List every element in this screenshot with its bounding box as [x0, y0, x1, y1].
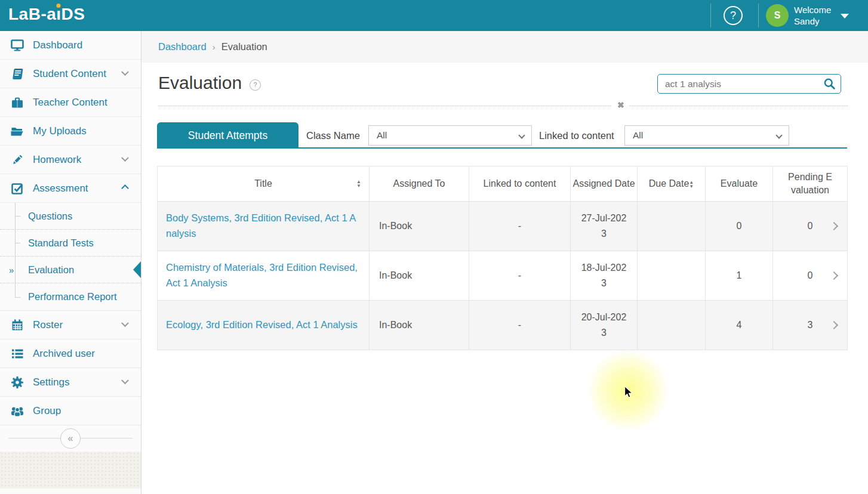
sidebar-item-student-content[interactable]: Student Content: [0, 60, 141, 88]
sidebar-item-group[interactable]: Group: [0, 397, 141, 425]
column-header-title[interactable]: Title ▲▼: [158, 166, 370, 202]
linked-to-content-cell: -: [469, 301, 571, 350]
logo-text: DS: [61, 5, 85, 23]
class-name-label: Class Name: [306, 122, 360, 149]
row-expand-chevron-icon[interactable]: [830, 222, 838, 230]
tab-underline: [157, 147, 847, 149]
calendar-icon: [10, 318, 25, 332]
search-icon[interactable]: [823, 78, 836, 90]
checkbox-icon: [10, 181, 25, 196]
assigned-date-cell: 27-Jul-2023: [580, 211, 628, 241]
main-content: Dashboard › Evaluation Evaluation ? ✖ St…: [141, 31, 868, 494]
sidebar-item-roster[interactable]: Roster: [0, 311, 141, 339]
breadcrumb: Dashboard › Evaluation: [141, 31, 868, 63]
close-icon[interactable]: ✖: [612, 100, 630, 110]
row-expand-chevron-icon[interactable]: [830, 271, 838, 280]
sidebar-item-dashboard[interactable]: Dashboard: [0, 31, 141, 60]
assigned-to-cell: In-Book: [370, 301, 469, 350]
column-label: Evaluate: [721, 178, 758, 189]
assigned-to-cell: In-Book: [370, 251, 469, 301]
sidebar-filler: [0, 452, 141, 489]
assessment-submenu: Questions Standard Tests » Evaluation Pe…: [0, 203, 141, 311]
chevron-down-icon: [121, 319, 129, 327]
page-title: Evaluation: [158, 73, 242, 93]
attempt-title-link[interactable]: Body Systems, 3rd Edition Revised, Act 1…: [166, 212, 356, 239]
sidebar-item-questions[interactable]: Questions: [0, 203, 141, 230]
top-bar: LaB-aıDS ? S Welcome Sandy: [0, 0, 868, 31]
sidebar-item-assessment[interactable]: Assessment: [0, 174, 141, 203]
pending-evaluation-cell: 0: [808, 221, 813, 231]
linked-to-content-value: All: [633, 130, 643, 141]
sidebar-item-label: Questions: [28, 211, 72, 222]
evaluate-cell: 4: [706, 301, 773, 350]
page-head: Evaluation ?: [158, 73, 261, 93]
tab-student-attempts[interactable]: Student Attempts: [157, 122, 298, 149]
sidebar-item-my-uploads[interactable]: My Uploads: [0, 117, 141, 146]
list-icon: [10, 347, 25, 361]
logo-yellow-dot-icon: [57, 4, 61, 8]
folder-icon: [10, 124, 25, 138]
due-date-cell: [638, 301, 706, 350]
sidebar-item-label: Settings: [33, 376, 69, 388]
row-expand-chevron-icon[interactable]: [830, 321, 838, 329]
breadcrumb-current: Evaluation: [221, 41, 267, 53]
question-icon: ?: [254, 81, 257, 88]
section-divider: [158, 106, 848, 106]
attempt-title-link[interactable]: Ecology, 3rd Edition Revised, Act 1 Anal…: [166, 319, 358, 330]
sidebar-item-homework[interactable]: Homework: [0, 146, 141, 174]
evaluate-cell: 1: [706, 251, 773, 301]
breadcrumb-separator-icon: ›: [213, 42, 216, 52]
sidebar-item-settings[interactable]: Settings: [0, 368, 141, 397]
column-header-assigned-date: Assigned Date: [571, 166, 638, 202]
chevron-down-icon: [121, 68, 129, 76]
breadcrumb-dashboard-link[interactable]: Dashboard: [158, 41, 207, 53]
sort-icon: ▲▼: [356, 180, 361, 188]
sidebar-item-evaluation[interactable]: » Evaluation: [0, 257, 141, 283]
help-button[interactable]: ?: [724, 6, 743, 25]
due-date-cell: [638, 202, 706, 251]
search-input[interactable]: [657, 74, 841, 94]
sidebar: Dashboard Student Content Teacher Conten…: [0, 31, 141, 494]
sidebar-item-performance-report[interactable]: Performance Report: [0, 283, 141, 310]
attempts-table: Title ▲▼ Assigned To Linked to content A…: [157, 166, 848, 350]
page-help-button[interactable]: ?: [250, 79, 261, 91]
sidebar-item-label: Performance Report: [28, 291, 117, 302]
topbar-divider: [710, 4, 711, 27]
pencil-icon: [10, 153, 25, 167]
welcome-text: Welcome: [794, 4, 831, 16]
user-menu[interactable]: Welcome Sandy: [794, 4, 831, 27]
class-name-select[interactable]: All: [368, 125, 532, 146]
table-row: Chemistry of Materials, 3rd Edition Revi…: [158, 251, 848, 301]
sidebar-collapse-button[interactable]: «: [60, 428, 81, 449]
column-header-assigned-to: Assigned To: [370, 166, 469, 202]
chevron-down-icon: [121, 376, 129, 384]
evaluate-cell: 0: [706, 202, 773, 251]
chevron-down-icon: [518, 132, 525, 138]
table-row: Body Systems, 3rd Edition Revised, Act 1…: [158, 202, 848, 251]
briefcase-icon: [10, 95, 25, 110]
sidebar-item-label: Standard Tests: [28, 237, 94, 249]
sidebar-item-archived-user[interactable]: Archived user: [0, 339, 141, 368]
sidebar-item-label: Group: [33, 405, 61, 417]
sidebar-item-teacher-content[interactable]: Teacher Content: [0, 88, 141, 117]
active-item-arrow-icon: [133, 261, 141, 278]
chevron-down-icon: [121, 154, 129, 162]
avatar[interactable]: S: [766, 4, 789, 27]
sidebar-item-standard-tests[interactable]: Standard Tests: [0, 230, 141, 257]
column-label: Title: [254, 178, 272, 189]
sidebar-item-label: My Uploads: [33, 125, 87, 137]
column-label: Assigned Date: [572, 178, 635, 189]
sort-icon: ▲▼: [689, 180, 694, 189]
sidebar-item-label: Teacher Content: [33, 97, 107, 109]
table-header-row: Title ▲▼ Assigned To Linked to content A…: [158, 166, 848, 202]
sidebar-item-label: Student Content: [33, 68, 106, 80]
gear-icon: [10, 375, 25, 390]
linked-to-content-label: Linked to content: [539, 122, 614, 149]
column-label: Pending Evaluation: [786, 171, 834, 196]
assigned-to-cell: In-Book: [370, 202, 469, 251]
tab-label: Student Attempts: [188, 129, 267, 142]
linked-to-content-select[interactable]: All: [624, 125, 789, 146]
user-name: Sandy: [794, 16, 831, 27]
attempt-title-link[interactable]: Chemistry of Materials, 3rd Edition Revi…: [166, 262, 358, 288]
column-header-due-date[interactable]: Due Date▲▼: [638, 166, 706, 202]
